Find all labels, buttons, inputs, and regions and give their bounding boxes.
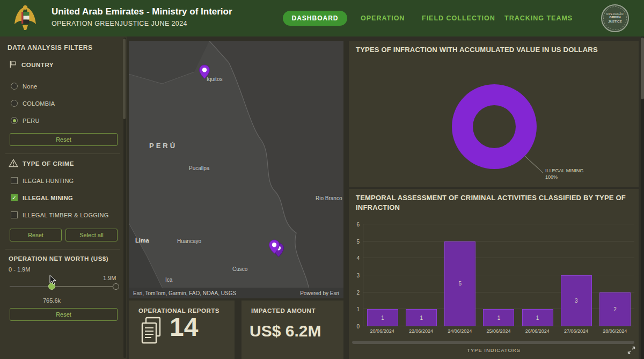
bar-slot: 1 <box>402 224 441 326</box>
country-section-header: COUNTRY <box>9 60 54 70</box>
checkbox-checked-icon[interactable]: ✓ <box>11 194 18 201</box>
y-tick-label: 3 <box>356 273 360 279</box>
slider-value-label: 765.6k <box>43 297 61 304</box>
page-scrollbar-thumb[interactable] <box>641 38 644 99</box>
crime-section-label: TYPE OF CRIME <box>23 160 74 167</box>
page-scrollbar-track[interactable] <box>641 36 644 359</box>
nav-tab-field-collection[interactable]: FIELD COLLECTION <box>422 14 495 22</box>
bar[interactable]: 1 <box>483 309 514 326</box>
map-label-pucallpa: Pucallpa <box>189 165 209 171</box>
checkbox-icon[interactable]: ✓ <box>11 177 18 184</box>
chart-scrollbar-track[interactable] <box>352 341 634 344</box>
radio-icon[interactable] <box>11 100 18 107</box>
bar-value-label: 2 <box>613 306 617 312</box>
checkbox-icon[interactable]: ✓ <box>11 211 18 218</box>
divider <box>5 249 120 250</box>
bar-value-label: 1 <box>420 315 423 321</box>
bar[interactable]: 1 <box>522 309 553 326</box>
country-reset-button[interactable]: Reset <box>10 133 118 146</box>
map-basemap <box>129 41 343 298</box>
impacted-amount-card: IMPACTED AMOUNT US$ 6.2M <box>241 301 343 359</box>
nav-tab-tracking-teams[interactable]: TRACKING TEAMS <box>504 14 573 22</box>
bar[interactable]: 3 <box>561 275 592 326</box>
app-title: United Arab Emirates - Ministry of Inter… <box>52 6 232 17</box>
checkbox-label: ILLEGAL MINING <box>23 195 73 201</box>
map-powered-by: Powered by Esri <box>300 290 339 296</box>
slider-max-label: 1.9M <box>103 275 116 281</box>
temporal-assessment-panel: TEMPORAL ASSESSMENT OF CRIMINAL ACTIVITI… <box>349 189 639 359</box>
crime-reset-button[interactable]: Reset <box>10 229 62 241</box>
bar-slot: 2 <box>596 224 634 326</box>
bar[interactable]: 1 <box>367 309 398 326</box>
sidebar-scrollbar-track[interactable] <box>123 38 126 358</box>
map-label-rio-branco: Rio Branco <box>316 195 342 201</box>
bar-value-label: 1 <box>497 315 501 321</box>
greenjustice-logo-inner: OPERAÇÃO GREEN JUSTICE <box>603 6 627 30</box>
slider-track-fill <box>52 286 116 287</box>
map-label-peru: PERÚ <box>149 142 177 150</box>
country-flag-icon <box>9 60 17 70</box>
checkbox-illegal-mining[interactable]: ✓ ILLEGAL MINING <box>11 194 73 201</box>
logo-line2: GREEN JUSTICE <box>604 16 626 24</box>
bar-slot: 5 <box>441 224 479 326</box>
bar-slot: 1 <box>479 224 518 326</box>
radio-country-none[interactable]: None <box>11 83 38 90</box>
country-section-label: COUNTRY <box>21 62 54 68</box>
donut-chart[interactable] <box>452 84 537 169</box>
net-worth-range: 0 - 1.9M <box>9 266 30 273</box>
expand-icon[interactable] <box>627 346 635 354</box>
bar[interactable]: 1 <box>406 309 437 326</box>
checkbox-label: ILLEGAL TIMBER & LOGGING <box>23 212 109 218</box>
map-label-ica: Ica <box>165 277 172 283</box>
bar[interactable]: 2 <box>599 292 631 326</box>
radio-icon[interactable] <box>11 83 18 90</box>
map-attribution-text: Esri, TomTom, Garmin, FAO, NOAA, USGS <box>133 290 236 296</box>
radio-country-colombia[interactable]: COLOMBIA <box>11 100 55 107</box>
checkbox-illegal-timber-logging[interactable]: ✓ ILLEGAL TIMBER & LOGGING <box>11 211 109 218</box>
greenjustice-logo: OPERAÇÃO GREEN JUSTICE <box>601 4 629 32</box>
donut-callout-line <box>524 156 543 173</box>
x-tick-label: 22/06/2024 <box>401 328 440 334</box>
divider <box>5 153 120 154</box>
y-tick-label: 0 <box>356 324 360 329</box>
net-worth-reset-button[interactable]: Reset <box>10 308 118 321</box>
bar-slot: 1 <box>363 224 402 326</box>
bar-value-label: 5 <box>459 281 462 287</box>
operations-map[interactable]: PERÚ Iquitos Pucallpa Rio Branco Lima Hu… <box>129 41 343 298</box>
x-tick-label: 27/06/2024 <box>557 328 596 334</box>
y-tick-label: 5 <box>356 238 360 244</box>
x-axis-caption: TYPE INDICATORS <box>349 347 639 353</box>
filters-title: DATA ANALYSIS FILTERS <box>8 44 93 52</box>
donut-callout: ILLEGAL MINING 100% <box>545 167 583 180</box>
nav-tab-dashboard[interactable]: DASHBOARD <box>283 11 347 26</box>
y-tick-label: 1 <box>356 306 360 312</box>
map-attribution-bar: Esri, TomTom, Garmin, FAO, NOAA, USGS Po… <box>129 288 343 298</box>
impacted-card-label: IMPACTED AMOUNT <box>251 307 316 314</box>
y-tick-label: 6 <box>356 222 360 228</box>
x-labels: 20/06/202422/06/202424/06/202425/06/2024… <box>363 328 634 334</box>
checkbox-ilegal-hunting[interactable]: ✓ ILEGAL HUNTING <box>11 177 74 184</box>
crime-select-all-button[interactable]: Select all <box>65 229 118 241</box>
app-header: United Arab Emirates - Ministry of Inter… <box>0 0 644 36</box>
bar-plot: 1151132 <box>363 224 634 326</box>
slider-handle-lower[interactable] <box>48 283 55 290</box>
x-tick-label: 25/06/2024 <box>479 328 518 334</box>
radio-label: PERU <box>23 118 40 124</box>
nav-tab-operation[interactable]: OPERATION <box>361 14 405 22</box>
map-label-iquitos: Iquitos <box>207 76 222 82</box>
sidebar-scrollbar-thumb[interactable] <box>123 39 126 119</box>
map-pin-cusco[interactable] <box>268 239 280 254</box>
donut-slice-label: ILLEGAL MINING <box>545 167 583 174</box>
donut-slice-percent: 100% <box>545 174 583 180</box>
chart-scrollbar-thumb[interactable] <box>352 341 634 344</box>
radio-icon-selected[interactable] <box>11 117 18 124</box>
crime-section-header: TYPE OF CRIME <box>9 159 74 168</box>
slider-handle-upper[interactable] <box>113 283 119 290</box>
radio-country-peru[interactable]: PERU <box>11 117 40 124</box>
uae-emblem-icon <box>9 4 42 33</box>
checkbox-label: ILEGAL HUNTING <box>23 178 74 184</box>
bar[interactable]: 5 <box>444 241 475 326</box>
map-label-lima: Lima <box>135 237 149 244</box>
donut-chart-title: TYPES OF INFRACTION WITH ACCUMULATED VAL… <box>356 45 633 55</box>
bar-value-label: 1 <box>381 315 384 321</box>
